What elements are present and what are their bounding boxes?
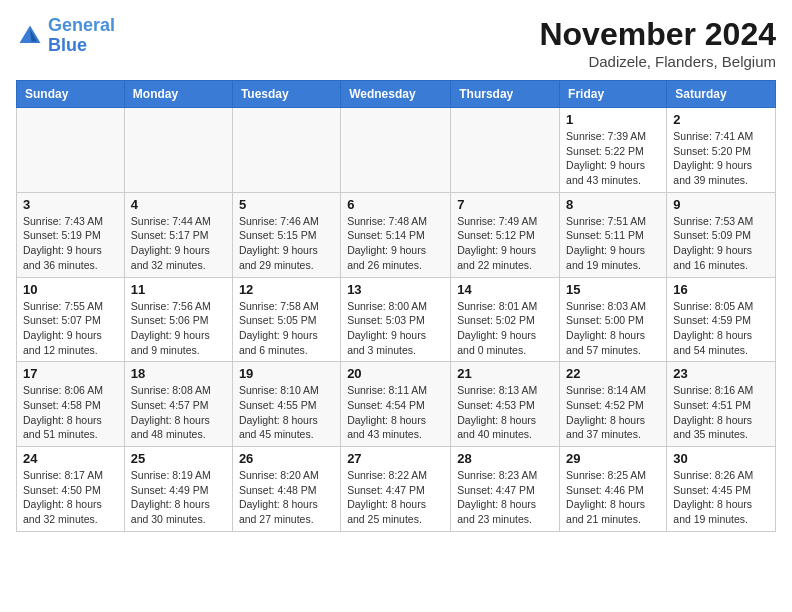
logo-general: General bbox=[48, 15, 115, 35]
header: General Blue November 2024 Dadizele, Fla… bbox=[16, 16, 776, 70]
day-info: Sunrise: 8:17 AM Sunset: 4:50 PM Dayligh… bbox=[23, 468, 118, 527]
day-info: Sunrise: 8:03 AM Sunset: 5:00 PM Dayligh… bbox=[566, 299, 660, 358]
day-number: 14 bbox=[457, 282, 553, 297]
day-number: 1 bbox=[566, 112, 660, 127]
col-header-sunday: Sunday bbox=[17, 81, 125, 108]
day-number: 26 bbox=[239, 451, 334, 466]
calendar-table: SundayMondayTuesdayWednesdayThursdayFrid… bbox=[16, 80, 776, 532]
day-number: 6 bbox=[347, 197, 444, 212]
day-info: Sunrise: 7:46 AM Sunset: 5:15 PM Dayligh… bbox=[239, 214, 334, 273]
calendar-cell: 15Sunrise: 8:03 AM Sunset: 5:00 PM Dayli… bbox=[560, 277, 667, 362]
calendar-cell: 27Sunrise: 8:22 AM Sunset: 4:47 PM Dayli… bbox=[341, 447, 451, 532]
day-info: Sunrise: 8:06 AM Sunset: 4:58 PM Dayligh… bbox=[23, 383, 118, 442]
title-area: November 2024 Dadizele, Flanders, Belgiu… bbox=[539, 16, 776, 70]
day-number: 28 bbox=[457, 451, 553, 466]
day-info: Sunrise: 7:56 AM Sunset: 5:06 PM Dayligh… bbox=[131, 299, 226, 358]
calendar-cell: 12Sunrise: 7:58 AM Sunset: 5:05 PM Dayli… bbox=[232, 277, 340, 362]
calendar-header-row: SundayMondayTuesdayWednesdayThursdayFrid… bbox=[17, 81, 776, 108]
calendar-cell: 3Sunrise: 7:43 AM Sunset: 5:19 PM Daylig… bbox=[17, 192, 125, 277]
day-info: Sunrise: 7:41 AM Sunset: 5:20 PM Dayligh… bbox=[673, 129, 769, 188]
calendar-cell: 20Sunrise: 8:11 AM Sunset: 4:54 PM Dayli… bbox=[341, 362, 451, 447]
day-info: Sunrise: 7:43 AM Sunset: 5:19 PM Dayligh… bbox=[23, 214, 118, 273]
calendar-cell: 8Sunrise: 7:51 AM Sunset: 5:11 PM Daylig… bbox=[560, 192, 667, 277]
week-row-2: 3Sunrise: 7:43 AM Sunset: 5:19 PM Daylig… bbox=[17, 192, 776, 277]
day-info: Sunrise: 8:14 AM Sunset: 4:52 PM Dayligh… bbox=[566, 383, 660, 442]
calendar-cell: 22Sunrise: 8:14 AM Sunset: 4:52 PM Dayli… bbox=[560, 362, 667, 447]
col-header-tuesday: Tuesday bbox=[232, 81, 340, 108]
week-row-3: 10Sunrise: 7:55 AM Sunset: 5:07 PM Dayli… bbox=[17, 277, 776, 362]
calendar-cell: 14Sunrise: 8:01 AM Sunset: 5:02 PM Dayli… bbox=[451, 277, 560, 362]
day-info: Sunrise: 8:01 AM Sunset: 5:02 PM Dayligh… bbox=[457, 299, 553, 358]
col-header-saturday: Saturday bbox=[667, 81, 776, 108]
location: Dadizele, Flanders, Belgium bbox=[539, 53, 776, 70]
day-number: 17 bbox=[23, 366, 118, 381]
calendar-cell: 26Sunrise: 8:20 AM Sunset: 4:48 PM Dayli… bbox=[232, 447, 340, 532]
page-container: General Blue November 2024 Dadizele, Fla… bbox=[0, 0, 792, 548]
day-info: Sunrise: 8:05 AM Sunset: 4:59 PM Dayligh… bbox=[673, 299, 769, 358]
day-number: 3 bbox=[23, 197, 118, 212]
day-number: 30 bbox=[673, 451, 769, 466]
logo: General Blue bbox=[16, 16, 115, 56]
col-header-thursday: Thursday bbox=[451, 81, 560, 108]
calendar-cell: 17Sunrise: 8:06 AM Sunset: 4:58 PM Dayli… bbox=[17, 362, 125, 447]
calendar-cell: 24Sunrise: 8:17 AM Sunset: 4:50 PM Dayli… bbox=[17, 447, 125, 532]
col-header-monday: Monday bbox=[124, 81, 232, 108]
calendar-cell: 7Sunrise: 7:49 AM Sunset: 5:12 PM Daylig… bbox=[451, 192, 560, 277]
calendar-cell: 29Sunrise: 8:25 AM Sunset: 4:46 PM Dayli… bbox=[560, 447, 667, 532]
day-info: Sunrise: 8:22 AM Sunset: 4:47 PM Dayligh… bbox=[347, 468, 444, 527]
col-header-wednesday: Wednesday bbox=[341, 81, 451, 108]
month-title: November 2024 bbox=[539, 16, 776, 53]
day-info: Sunrise: 8:23 AM Sunset: 4:47 PM Dayligh… bbox=[457, 468, 553, 527]
day-number: 9 bbox=[673, 197, 769, 212]
day-info: Sunrise: 7:48 AM Sunset: 5:14 PM Dayligh… bbox=[347, 214, 444, 273]
day-number: 29 bbox=[566, 451, 660, 466]
calendar-cell: 13Sunrise: 8:00 AM Sunset: 5:03 PM Dayli… bbox=[341, 277, 451, 362]
logo-text: General Blue bbox=[48, 16, 115, 56]
day-number: 15 bbox=[566, 282, 660, 297]
day-info: Sunrise: 8:08 AM Sunset: 4:57 PM Dayligh… bbox=[131, 383, 226, 442]
calendar-cell bbox=[451, 108, 560, 193]
col-header-friday: Friday bbox=[560, 81, 667, 108]
day-number: 12 bbox=[239, 282, 334, 297]
calendar-cell: 28Sunrise: 8:23 AM Sunset: 4:47 PM Dayli… bbox=[451, 447, 560, 532]
calendar-cell: 11Sunrise: 7:56 AM Sunset: 5:06 PM Dayli… bbox=[124, 277, 232, 362]
day-number: 13 bbox=[347, 282, 444, 297]
day-info: Sunrise: 7:53 AM Sunset: 5:09 PM Dayligh… bbox=[673, 214, 769, 273]
calendar-cell: 19Sunrise: 8:10 AM Sunset: 4:55 PM Dayli… bbox=[232, 362, 340, 447]
day-number: 8 bbox=[566, 197, 660, 212]
calendar-cell: 30Sunrise: 8:26 AM Sunset: 4:45 PM Dayli… bbox=[667, 447, 776, 532]
calendar-cell: 18Sunrise: 8:08 AM Sunset: 4:57 PM Dayli… bbox=[124, 362, 232, 447]
day-number: 10 bbox=[23, 282, 118, 297]
day-number: 19 bbox=[239, 366, 334, 381]
calendar-cell bbox=[341, 108, 451, 193]
day-info: Sunrise: 7:44 AM Sunset: 5:17 PM Dayligh… bbox=[131, 214, 226, 273]
calendar-cell: 9Sunrise: 7:53 AM Sunset: 5:09 PM Daylig… bbox=[667, 192, 776, 277]
day-number: 11 bbox=[131, 282, 226, 297]
day-number: 20 bbox=[347, 366, 444, 381]
svg-marker-0 bbox=[20, 25, 41, 43]
day-number: 4 bbox=[131, 197, 226, 212]
day-info: Sunrise: 8:00 AM Sunset: 5:03 PM Dayligh… bbox=[347, 299, 444, 358]
week-row-5: 24Sunrise: 8:17 AM Sunset: 4:50 PM Dayli… bbox=[17, 447, 776, 532]
calendar-cell: 10Sunrise: 7:55 AM Sunset: 5:07 PM Dayli… bbox=[17, 277, 125, 362]
day-info: Sunrise: 8:16 AM Sunset: 4:51 PM Dayligh… bbox=[673, 383, 769, 442]
day-info: Sunrise: 7:55 AM Sunset: 5:07 PM Dayligh… bbox=[23, 299, 118, 358]
day-info: Sunrise: 7:58 AM Sunset: 5:05 PM Dayligh… bbox=[239, 299, 334, 358]
calendar-cell: 21Sunrise: 8:13 AM Sunset: 4:53 PM Dayli… bbox=[451, 362, 560, 447]
calendar-cell: 4Sunrise: 7:44 AM Sunset: 5:17 PM Daylig… bbox=[124, 192, 232, 277]
logo-blue: Blue bbox=[48, 35, 87, 55]
day-number: 16 bbox=[673, 282, 769, 297]
day-number: 18 bbox=[131, 366, 226, 381]
calendar-cell: 6Sunrise: 7:48 AM Sunset: 5:14 PM Daylig… bbox=[341, 192, 451, 277]
day-info: Sunrise: 7:39 AM Sunset: 5:22 PM Dayligh… bbox=[566, 129, 660, 188]
logo-icon bbox=[16, 22, 44, 50]
calendar-cell: 5Sunrise: 7:46 AM Sunset: 5:15 PM Daylig… bbox=[232, 192, 340, 277]
calendar-cell bbox=[17, 108, 125, 193]
day-info: Sunrise: 8:19 AM Sunset: 4:49 PM Dayligh… bbox=[131, 468, 226, 527]
day-number: 24 bbox=[23, 451, 118, 466]
calendar-cell bbox=[232, 108, 340, 193]
day-info: Sunrise: 7:49 AM Sunset: 5:12 PM Dayligh… bbox=[457, 214, 553, 273]
day-number: 21 bbox=[457, 366, 553, 381]
calendar-cell: 23Sunrise: 8:16 AM Sunset: 4:51 PM Dayli… bbox=[667, 362, 776, 447]
day-info: Sunrise: 8:10 AM Sunset: 4:55 PM Dayligh… bbox=[239, 383, 334, 442]
